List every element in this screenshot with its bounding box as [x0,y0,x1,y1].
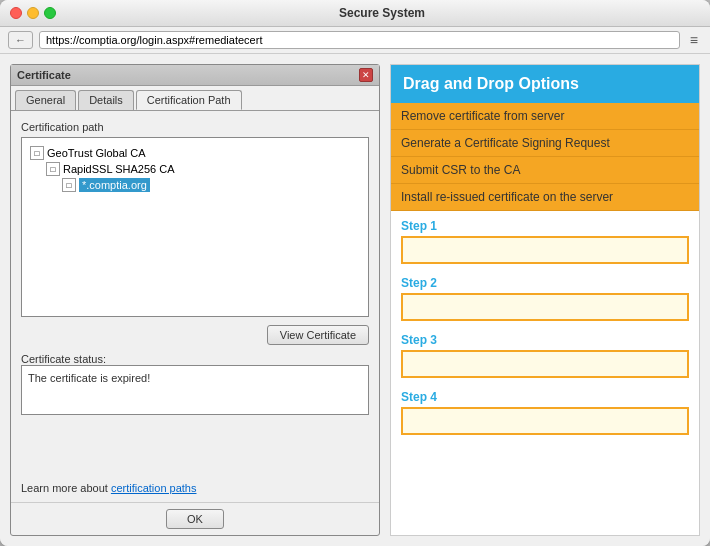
dnd-option-2[interactable]: Submit CSR to the CA [391,157,699,184]
footer-text: Learn more about [21,482,111,494]
content-area: Certificate ✕ General Details Certificat… [0,54,710,546]
certification-paths-link[interactable]: certification paths [111,482,197,494]
tree-icon-geotrust: □ [30,146,44,160]
step-label-4: Step 4 [401,390,689,404]
step-label-1: Step 1 [401,219,689,233]
tree-label-comptia: *.comptia.org [79,178,150,192]
tab-certification-path[interactable]: Certification Path [136,90,242,110]
tree-item-geotrust[interactable]: □ GeoTrust Global CA [30,146,360,160]
close-traffic-light[interactable] [10,7,22,19]
dnd-option-3[interactable]: Install re-issued certificate on the ser… [391,184,699,211]
tree-icon-rapidssl: □ [46,162,60,176]
title-bar: Secure System [0,0,710,27]
status-label: Certificate status: [21,353,369,365]
minimize-traffic-light[interactable] [27,7,39,19]
dnd-option-0[interactable]: Remove certificate from server [391,103,699,130]
dnd-step-4: Step 4 [401,390,689,435]
dnd-step-3: Step 3 [401,333,689,378]
ok-button[interactable]: OK [166,509,224,529]
step-drop-zone-1[interactable] [401,236,689,264]
tab-details[interactable]: Details [78,90,134,110]
status-text: The certificate is expired! [28,372,150,384]
cert-tabs: General Details Certification Path [11,86,379,111]
cert-footer: Learn more about certification paths [11,478,379,502]
status-box: The certificate is expired! [21,365,369,415]
view-certificate-button[interactable]: View Certificate [267,325,369,345]
dnd-header: Drag and Drop Options [391,65,699,103]
dialog-titlebar: Certificate ✕ [11,65,379,86]
window-title: Secure System [64,6,700,20]
step-drop-zone-4[interactable] [401,407,689,435]
maximize-traffic-light[interactable] [44,7,56,19]
dnd-step-1: Step 1 [401,219,689,264]
cert-path-box: □ GeoTrust Global CA □ RapidSSL SHA256 C… [21,137,369,317]
browser-window: Secure System ← ≡ Certificate ✕ General … [0,0,710,546]
tree-item-comptia[interactable]: □ *.comptia.org [62,178,360,192]
traffic-lights [10,7,56,19]
url-bar[interactable] [39,31,680,49]
dnd-steps: Step 1 Step 2 Step 3 Step 4 [391,211,699,535]
dnd-panel: Drag and Drop Options Remove certificate… [390,64,700,536]
nav-bar: ← ≡ [0,27,710,54]
menu-button[interactable]: ≡ [686,32,702,48]
ok-area: OK [11,502,379,535]
certificate-dialog: Certificate ✕ General Details Certificat… [10,64,380,536]
section-label: Certification path [21,121,369,133]
dialog-close-button[interactable]: ✕ [359,68,373,82]
tree-item-rapidssl[interactable]: □ RapidSSL SHA256 CA [46,162,360,176]
tree-label-rapidssl: RapidSSL SHA256 CA [63,163,175,175]
dnd-step-2: Step 2 [401,276,689,321]
tab-general[interactable]: General [15,90,76,110]
step-label-2: Step 2 [401,276,689,290]
tree-icon-comptia: □ [62,178,76,192]
dialog-title: Certificate [17,69,71,81]
dnd-option-1[interactable]: Generate a Certificate Signing Request [391,130,699,157]
cert-body: Certification path □ GeoTrust Global CA … [11,111,379,478]
tree-label-geotrust: GeoTrust Global CA [47,147,146,159]
back-button[interactable]: ← [8,31,33,49]
step-drop-zone-2[interactable] [401,293,689,321]
step-label-3: Step 3 [401,333,689,347]
step-drop-zone-3[interactable] [401,350,689,378]
